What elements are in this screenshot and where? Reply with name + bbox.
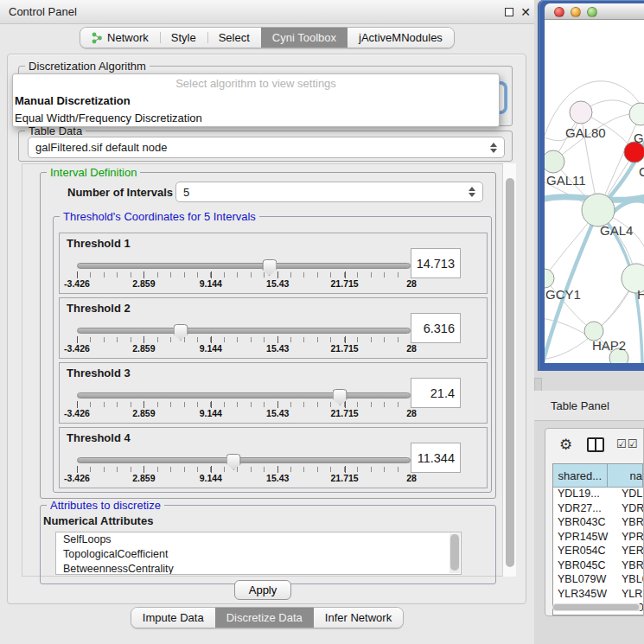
attributes-group: Attributes to discretize Numerical Attri… (40, 505, 496, 584)
threshold-1-panel: Threshold 1 -3.4262.8599.14415.4321.7152… (59, 233, 488, 294)
tick-marks (77, 402, 411, 407)
threshold-3-panel: Threshold 3 -3.4262.8599.14415.4321.7152… (59, 362, 488, 424)
list-scrollbar[interactable] (450, 533, 460, 573)
node-label-hap2: HAP2 (592, 338, 626, 353)
threshold-1-value-field[interactable]: 14.713 (411, 248, 461, 278)
tab-select[interactable]: Select (207, 28, 261, 48)
table-row[interactable]: YDL19...YDL1 (553, 488, 643, 502)
option-equal-width-frequency[interactable]: Equal Width/Frequency Discretization (13, 110, 499, 127)
threshold-3-label: Threshold 3 (67, 367, 131, 379)
float-window-icon[interactable] (505, 8, 513, 16)
threshold-2-panel: Threshold 2 -3.4262.8599.14415.4321.7152… (59, 297, 488, 359)
group-title-thresholds: Threshold's Coordinates for 5 Intervals (60, 210, 259, 223)
settings-scrollpane: Interval Definition Number of Intervals … (22, 163, 516, 577)
numerical-attributes-list[interactable]: SelfLoops TopologicalCoefficient Between… (55, 532, 462, 575)
table-data-value: galFiltered.sif default node (35, 141, 167, 154)
table-row[interactable]: YBL079WYBL0 (553, 573, 643, 588)
top-tabbar: Network Style Select Cyni Toolbox jActiv… (0, 27, 534, 51)
threshold-1-label: Threshold 1 (67, 237, 131, 250)
threshold-2-value-field[interactable]: 6.316 (411, 313, 461, 343)
combo-arrows-icon (490, 143, 497, 153)
apply-button[interactable]: Apply (234, 580, 291, 600)
column-header-shared-name[interactable]: shared... (553, 464, 608, 488)
table-data-combobox[interactable]: galFiltered.sif default node (28, 137, 505, 158)
list-item[interactable]: TopologicalCoefficient (56, 547, 461, 562)
network-view-window: GAL80 GA C GAL11 GAL4 GCY1 H HAP2 (538, 0, 644, 371)
tab-jactivemnodules[interactable]: jActiveMNodules (348, 28, 454, 48)
tick-marks (77, 272, 411, 277)
network-icon (92, 32, 103, 44)
threshold-4-value-field[interactable]: 11.344 (411, 443, 461, 473)
horizontal-scrollbar[interactable] (552, 603, 641, 611)
tab-impute-data[interactable]: Impute Data (131, 608, 215, 628)
scale-labels: -3.4262.8599.14415.4321.71528 (77, 343, 411, 355)
num-intervals-combobox[interactable]: 5 (175, 182, 483, 202)
threshold-4-label: Threshold 4 (67, 431, 131, 444)
cyni-toolbox-panel: Discretization Algorithm Select algorith… (7, 54, 526, 604)
control-panel: Control Panel ✕ Network Style Select Cyn… (0, 0, 534, 644)
table-panel-titlebar: Table Panel (534, 391, 644, 421)
control-panel-titlebar: Control Panel ✕ (0, 0, 534, 24)
table-data-group: Table Data galFiltered.sif default node (18, 131, 513, 162)
tab-style[interactable]: Style (160, 28, 207, 48)
threshold-2-slider[interactable] (77, 328, 411, 334)
threshold-3-slider[interactable] (77, 392, 411, 399)
scale-labels: -3.4262.8599.14415.4321.71528 (77, 278, 411, 290)
list-item[interactable]: SelfLoops (56, 532, 461, 547)
network-graph: GAL80 GA C GAL11 GAL4 GCY1 H HAP2 (545, 20, 644, 363)
table-row[interactable]: YLR345WYLR3 (553, 588, 643, 603)
vertical-scrollbar[interactable] (502, 163, 516, 577)
threshold-4-panel: Threshold 4 -3.4262.8599.14415.4321.7152… (59, 427, 488, 488)
group-title-algorithm: Discretization Algorithm (25, 60, 150, 73)
group-title-interval: Interval Definition (47, 166, 140, 179)
zoom-traffic-light-icon[interactable] (587, 7, 597, 17)
tab-network[interactable]: Network (80, 28, 160, 48)
table-row[interactable]: YBR043CYBR0 (553, 516, 643, 531)
threshold-1-slider[interactable] (77, 263, 411, 269)
checkbox-icons[interactable]: ☑☑ (616, 437, 638, 450)
tick-marks (77, 337, 411, 342)
minimize-traffic-light-icon[interactable] (571, 7, 581, 17)
option-manual-discretization[interactable]: Manual Discretization (13, 92, 499, 110)
application-root: Control Panel ✕ Network Style Select Cyn… (0, 0, 644, 644)
interval-definition-group: Interval Definition Number of Intervals … (40, 172, 496, 499)
table-row[interactable]: YER054CYER0 (553, 545, 643, 559)
columns-icon[interactable] (587, 437, 604, 452)
tab-infer-network[interactable]: Infer Network (314, 608, 403, 628)
thresholds-group: Threshold's Coordinates for 5 Intervals … (53, 216, 492, 493)
node-label-clipped-h: H (637, 287, 644, 302)
table-toolbar: ⚙ ☑☑ (545, 429, 643, 462)
node-label-gal80: GAL80 (565, 125, 606, 140)
num-intervals-value: 5 (183, 186, 189, 199)
tab-cyni-toolbox[interactable]: Cyni Toolbox (261, 28, 348, 48)
numerical-attributes-label: Numerical Attributes (43, 514, 153, 527)
threshold-3-value-field[interactable]: 21.4 (411, 378, 461, 408)
network-canvas[interactable]: GAL80 GA C GAL11 GAL4 GCY1 H HAP2 (545, 20, 644, 363)
node-label-clipped-ga: GA (634, 131, 644, 145)
node-label-gcy1: GCY1 (545, 287, 581, 302)
node-table: shared... na YDL19...YDL1 YDR27...YDR2 Y… (552, 463, 643, 615)
threshold-4-slider[interactable] (77, 457, 411, 463)
panel-title: Control Panel (9, 0, 77, 24)
gear-icon[interactable]: ⚙ (559, 436, 572, 454)
dropdown-placeholder: Select algorithm to view settings (13, 74, 499, 92)
table-header-row: shared... na (553, 464, 643, 488)
column-header-name[interactable]: na (608, 464, 643, 488)
group-title-attributes: Attributes to discretize (47, 499, 164, 512)
tick-marks (77, 467, 411, 472)
tab-discretize-data[interactable]: Discretize Data (215, 608, 314, 628)
list-item[interactable]: BetweennessCentrality (56, 562, 461, 575)
threshold-2-label: Threshold 2 (67, 302, 131, 315)
combo-arrows-icon (469, 187, 475, 197)
node-label-gal11: GAL11 (546, 173, 586, 188)
scale-labels: -3.4262.8599.14415.4321.71528 (77, 408, 411, 420)
close-traffic-light-icon[interactable] (554, 7, 564, 17)
close-icon[interactable]: ✕ (519, 4, 532, 20)
table-row[interactable]: YDR27...YDR2 (553, 502, 643, 517)
network-window-titlebar[interactable] (545, 3, 644, 20)
table-row[interactable]: YPR145WYPR1 (553, 531, 643, 545)
num-intervals-label: Number of Intervals (67, 186, 173, 199)
table-row[interactable]: YBR045CYBR0 (553, 559, 643, 574)
table-panel: ⚙ ☑☑ shared... na YDL19...YDL1 YDR27...Y… (545, 428, 644, 616)
right-region: GAL80 GA C GAL11 GAL4 GCY1 H HAP2 Table … (534, 0, 644, 644)
